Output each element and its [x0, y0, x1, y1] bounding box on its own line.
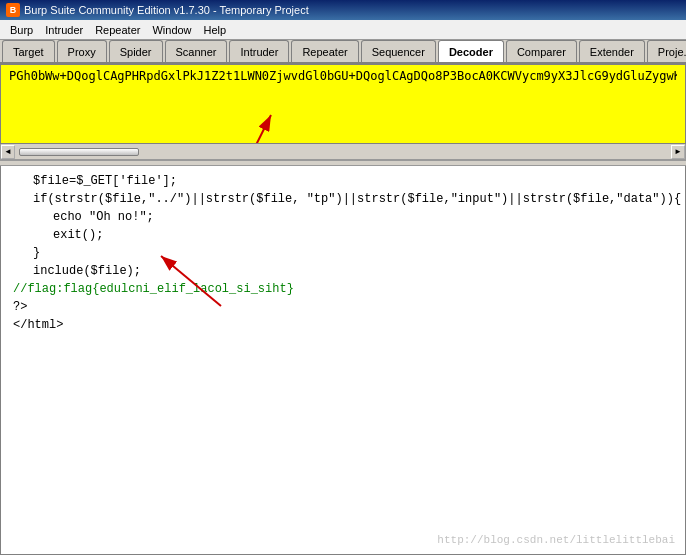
app-icon-letter: B [10, 5, 17, 15]
arrow-encoded [181, 105, 301, 144]
tab-sequencer[interactable]: Sequencer [361, 40, 436, 62]
svg-line-1 [241, 115, 271, 144]
code-line-2: if(strstr($file,"../")||strstr($file, "t… [13, 190, 673, 208]
scroll-thumb[interactable] [19, 148, 139, 156]
tab-decoder[interactable]: Decoder [438, 40, 504, 62]
code-line-1: $file=$_GET['file']; [13, 172, 673, 190]
tab-bar: Target Proxy Spider Scanner Intruder Rep… [0, 40, 686, 64]
code-line-9: </html> [13, 316, 673, 334]
menu-window[interactable]: Window [146, 22, 197, 38]
app-icon: B [6, 3, 20, 17]
horizontal-scrollbar[interactable]: ◄ ► [0, 144, 686, 160]
tab-intruder[interactable]: Intruder [229, 40, 289, 62]
code-line-7: //flag:flag{edulcni_elif_lacol_si_siht} [13, 280, 673, 298]
watermark: http://blog.csdn.net/littlelittlebai [437, 534, 675, 546]
menu-intruder[interactable]: Intruder [39, 22, 89, 38]
tab-extender[interactable]: Extender [579, 40, 645, 62]
code-area: $file=$_GET['file']; if(strstr($file,"..… [0, 166, 686, 555]
window-title: Burp Suite Community Edition v1.7.30 - T… [24, 4, 309, 16]
code-line-5: } [13, 244, 673, 262]
scroll-right-btn[interactable]: ► [671, 145, 685, 159]
menu-repeater[interactable]: Repeater [89, 22, 146, 38]
tab-proxy[interactable]: Proxy [57, 40, 107, 62]
encoded-text: PGh0bWw+DQoglCAgPHRpdGxlPkJ1Z2t1LWN0Zjwv… [9, 69, 677, 83]
code-line-4: exit(); [13, 226, 673, 244]
code-line-8: ?> [13, 298, 673, 316]
menu-bar: Burp Intruder Repeater Window Help [0, 20, 686, 40]
tab-spider[interactable]: Spider [109, 40, 163, 62]
code-line-3: echo "Oh no!"; [13, 208, 673, 226]
menu-help[interactable]: Help [198, 22, 233, 38]
tab-comparer[interactable]: Comparer [506, 40, 577, 62]
code-line-6: include($file); [13, 262, 673, 280]
menu-burp[interactable]: Burp [4, 22, 39, 38]
main-content: PGh0bWw+DQoglCAgPHRpdGxlPkJ1Z2t1LWN0Zjwv… [0, 64, 686, 555]
tab-scanner[interactable]: Scanner [165, 40, 228, 62]
tab-project[interactable]: Proje... [647, 40, 686, 62]
title-bar: B Burp Suite Community Edition v1.7.30 -… [0, 0, 686, 20]
encoded-area[interactable]: PGh0bWw+DQoglCAgPHRpdGxlPkJ1Z2t1LWN0Zjwv… [0, 64, 686, 144]
scroll-left-btn[interactable]: ◄ [1, 145, 15, 159]
tab-repeater[interactable]: Repeater [291, 40, 358, 62]
tab-target[interactable]: Target [2, 40, 55, 62]
